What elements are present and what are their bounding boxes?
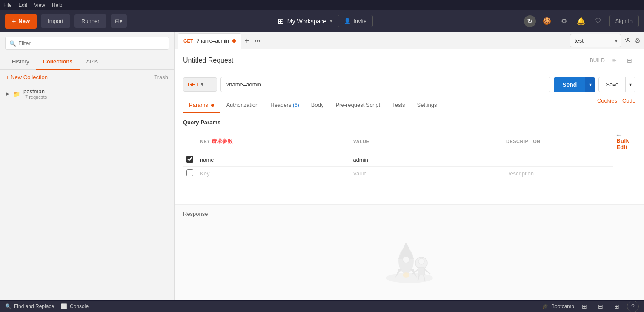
param-checkbox-new[interactable] [186, 169, 193, 176]
param-key-1: name [200, 157, 214, 163]
th-actions: ••• Bulk Edit [613, 130, 635, 153]
environment-select[interactable]: test [570, 34, 621, 47]
collection-info: postman 7 requests [23, 88, 47, 100]
headers-badge: (6) [293, 102, 299, 108]
import-button[interactable]: Import [41, 14, 70, 28]
param-value-cell-new[interactable]: Value [349, 167, 503, 180]
sidebar-tab-history[interactable]: History [5, 54, 36, 70]
menu-edit[interactable]: Edit [18, 2, 27, 8]
send-dropdown-button[interactable]: ▾ [585, 77, 595, 92]
param-value-cell-1[interactable]: admin [349, 153, 503, 167]
tab-authorization[interactable]: Authorization [220, 97, 264, 113]
more-tabs-button[interactable]: ••• [253, 37, 263, 44]
eye-icon-button[interactable]: 👁 [624, 37, 631, 45]
content-area: GET ?name=admin + ••• test ▾ 👁 ⚙ Untitle… [175, 32, 644, 300]
add-tab-button[interactable]: + [243, 37, 251, 45]
code-link[interactable]: Code [622, 97, 635, 113]
sidebar-tab-collections[interactable]: Collections [36, 54, 79, 70]
save-button[interactable]: Save [598, 77, 626, 92]
runner-button[interactable]: Runner [74, 14, 106, 28]
cookie-icon-button[interactable]: 🍪 [541, 15, 553, 27]
menu-help[interactable]: Help [52, 2, 63, 8]
param-desc-cell-1[interactable] [503, 153, 613, 167]
new-button[interactable]: + New [5, 14, 37, 29]
bottom-icon-3[interactable]: ⊞ [611, 301, 623, 312]
request-title: Untitled Request [183, 57, 233, 64]
workspace-button[interactable]: ⊞ My Workspace ▾ [278, 17, 332, 26]
param-desc-cell-new[interactable]: Description [503, 167, 613, 180]
request-tabs: Params Authorization Headers (6) Body Pr… [175, 97, 644, 113]
response-illustration [183, 220, 635, 294]
param-key-cell-1[interactable]: name [197, 153, 349, 167]
url-input[interactable] [220, 77, 550, 92]
bottom-icon-1[interactable]: ⊞ [578, 301, 590, 312]
collection-item[interactable]: ▶ 📁 postman 7 requests [0, 85, 174, 103]
bottom-icon-2[interactable]: ⊟ [595, 301, 607, 312]
tab-body[interactable]: Body [305, 97, 330, 113]
notifications-icon-button[interactable]: 🔔 [575, 15, 587, 27]
top-right-actions: ↻ 🍪 ⚙ 🔔 ♡ Sign In [524, 15, 639, 27]
tab-pre-request[interactable]: Pre-request Script [329, 97, 386, 113]
trash-button[interactable]: Trash [154, 74, 168, 80]
menu-file[interactable]: File [3, 2, 11, 8]
console-icon: ⬜ [61, 303, 67, 309]
key-label-chinese: 请求参数 [212, 138, 233, 144]
request-tab[interactable]: GET ?name=admin [178, 33, 241, 49]
tab-params[interactable]: Params [183, 97, 220, 113]
environment-select-wrap: test ▾ [570, 34, 621, 47]
layout-button[interactable]: ⊞▾ [111, 14, 127, 28]
sidebar-tab-apis[interactable]: APIs [80, 54, 105, 70]
plus-icon: + [12, 17, 16, 25]
search-input[interactable] [5, 37, 169, 50]
edit-icon-button[interactable]: ✏ [608, 54, 620, 66]
param-key-cell-new[interactable]: Key [197, 167, 349, 180]
new-collection-button[interactable]: + New Collection [6, 74, 48, 80]
tab-tests[interactable]: Tests [386, 97, 411, 113]
save-dropdown-button[interactable]: ▾ [626, 77, 635, 92]
bulk-edit-button[interactable]: Bulk Edit [616, 137, 629, 150]
params-dot [211, 104, 214, 107]
th-description: DESCRIPTION [503, 130, 613, 153]
bootcamp-icon: 🎓 [542, 303, 549, 309]
tab-modified-dot [232, 39, 236, 43]
filter-icon-button[interactable]: ⚙ [635, 37, 641, 45]
find-replace-button[interactable]: 🔍 Find and Replace [5, 303, 54, 309]
heart-icon-button[interactable]: ♡ [592, 15, 604, 27]
send-button[interactable]: Send [554, 77, 585, 92]
sign-in-button[interactable]: Sign In [609, 15, 639, 27]
method-select[interactable]: GET ▾ [183, 77, 217, 92]
tab-headers[interactable]: Headers (6) [264, 97, 305, 113]
th-key: KEY 请求参数 [197, 130, 349, 153]
param-key-placeholder: Key [200, 170, 209, 177]
main-layout: 🔍 History Collections APIs + New Collect… [0, 32, 644, 300]
svg-rect-9 [418, 267, 425, 275]
send-button-wrap: Send ▾ [554, 77, 595, 92]
invite-button[interactable]: 👤 Invite [338, 15, 373, 27]
cookies-link[interactable]: Cookies [597, 97, 617, 113]
layout2-icon-button[interactable]: ⊟ [624, 54, 635, 66]
folder-icon: 📁 [13, 91, 20, 97]
tab-bar: GET ?name=admin + ••• test ▾ 👁 ⚙ [175, 32, 644, 49]
tab-method-label: GET [183, 38, 193, 43]
sidebar-search-area: 🔍 [0, 32, 174, 54]
layout-icon: ⊞▾ [115, 18, 123, 24]
chevron-right-icon: ▶ [6, 91, 9, 97]
workspace-icon: ⊞ [278, 17, 284, 26]
sync-icon-button[interactable]: ↻ [524, 15, 536, 27]
response-title: Response [183, 211, 208, 217]
th-checkbox [183, 130, 197, 153]
params-table: KEY 请求参数 VALUE DESCRIPTION ••• Bulk Edit [183, 130, 635, 180]
params-section-title: Query Params [183, 113, 635, 130]
tab-settings[interactable]: Settings [411, 97, 443, 113]
menu-view[interactable]: View [34, 2, 45, 8]
response-area: Response [175, 204, 644, 300]
console-button[interactable]: ⬜ Console [61, 303, 89, 309]
search-wrap: 🔍 [5, 37, 169, 50]
bootcamp-button[interactable]: 🎓 Bootcamp [542, 303, 574, 309]
svg-line-11 [425, 269, 430, 274]
param-checkbox-1[interactable] [186, 156, 193, 163]
settings-icon-button[interactable]: ⚙ [558, 15, 570, 27]
help-icon-button[interactable]: ? [627, 301, 639, 312]
bulk-edit-dots[interactable]: ••• [616, 132, 622, 137]
collection-name: postman [23, 88, 47, 94]
